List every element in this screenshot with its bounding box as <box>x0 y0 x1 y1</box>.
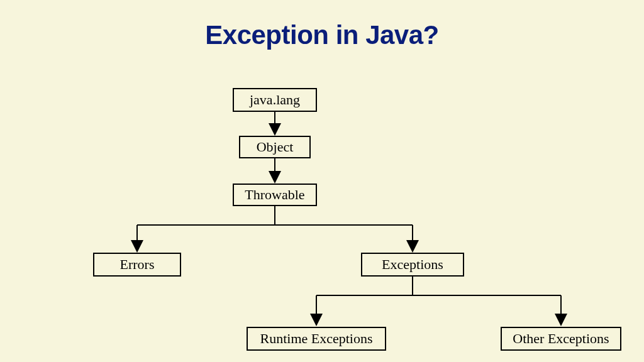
node-runtime: Runtime Exceptions <box>247 327 386 351</box>
node-throwable: Throwable <box>233 184 317 206</box>
node-javalang: java.lang <box>233 88 317 112</box>
connector-lines <box>0 0 644 362</box>
node-exceptions: Exceptions <box>361 253 464 277</box>
node-object: Object <box>239 136 311 158</box>
node-errors: Errors <box>93 253 181 277</box>
hierarchy-diagram: java.lang Object Throwable Errors Except… <box>0 0 644 362</box>
node-other: Other Exceptions <box>501 327 621 351</box>
